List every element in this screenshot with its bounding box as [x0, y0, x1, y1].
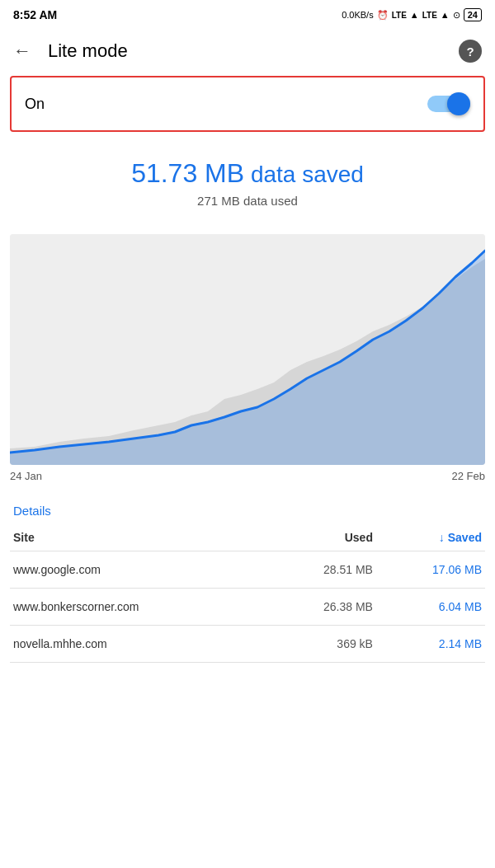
lite-mode-toggle-row[interactable]: On: [10, 76, 485, 132]
saved-cell: 17.06 MB: [376, 551, 485, 589]
table-row: novella.mhhe.com 369 kB 2.14 MB: [10, 626, 485, 663]
data-saved-section: 51.73 MB data saved 271 MB data used: [0, 135, 495, 221]
chart-svg: [10, 234, 485, 465]
used-amount: 271 MB: [197, 194, 240, 208]
used-label: data used: [243, 194, 298, 208]
signal-icon2: ▲: [441, 10, 450, 20]
page-title: Lite mode: [48, 40, 459, 62]
table-row: www.google.com 28.51 MB 17.06 MB: [10, 551, 485, 589]
network-speed: 0.0KB/s: [342, 10, 374, 20]
col-header-site: Site: [10, 524, 267, 551]
saved-header-label: Saved: [448, 531, 482, 544]
back-button[interactable]: ←: [13, 40, 31, 62]
status-time: 8:52 AM: [13, 8, 57, 21]
chart-start-date: 24 Jan: [10, 470, 42, 482]
data-saved-main: 51.73 MB data saved: [13, 158, 482, 189]
lte-icon: LTE: [392, 11, 407, 20]
arrow-down-icon: ↓: [439, 531, 445, 544]
data-chart: [10, 234, 485, 465]
details-link[interactable]: Details: [0, 487, 495, 524]
signal-icon1: ▲: [410, 10, 419, 20]
saved-label: data saved: [251, 162, 364, 187]
saved-cell: 2.14 MB: [376, 626, 485, 663]
data-used-sub: 271 MB data used: [13, 194, 482, 208]
alarm-icon: ⏰: [377, 10, 389, 21]
toggle-label: On: [25, 96, 45, 113]
chart-end-date: 22 Feb: [452, 470, 485, 482]
table-row: www.bonkerscorner.com 26.38 MB 6.04 MB: [10, 589, 485, 626]
help-button[interactable]: ?: [459, 40, 482, 63]
site-cell: novella.mhhe.com: [10, 626, 267, 663]
col-header-used: Used: [267, 524, 376, 551]
lite-mode-toggle[interactable]: [427, 92, 470, 115]
site-cell: www.google.com: [10, 551, 267, 589]
battery-indicator: 24: [464, 8, 482, 21]
status-icons: 0.0KB/s ⏰ LTE ▲ LTE ▲ ⊙ 24: [342, 8, 482, 21]
table-header-row: Site Used ↓ Saved: [10, 524, 485, 551]
toggle-thumb: [447, 92, 470, 115]
sites-table: Site Used ↓ Saved www.google.com 28.51 M…: [10, 524, 485, 663]
used-cell: 28.51 MB: [267, 551, 376, 589]
status-bar: 8:52 AM 0.0KB/s ⏰ LTE ▲ LTE ▲ ⊙ 24: [0, 0, 495, 30]
data-table-wrapper: Site Used ↓ Saved www.google.com 28.51 M…: [0, 524, 495, 663]
saved-cell: 6.04 MB: [376, 589, 485, 626]
saved-amount: 51.73 MB: [131, 158, 244, 188]
header: ← Lite mode ?: [0, 30, 495, 73]
used-cell: 369 kB: [267, 626, 376, 663]
chart-labels: 24 Jan 22 Feb: [0, 465, 495, 487]
site-cell: www.bonkerscorner.com: [10, 589, 267, 626]
col-header-saved: ↓ Saved: [376, 524, 485, 551]
lte-icon2: LTE: [422, 11, 437, 20]
wifi-icon: ⊙: [453, 10, 460, 21]
used-cell: 26.38 MB: [267, 589, 376, 626]
